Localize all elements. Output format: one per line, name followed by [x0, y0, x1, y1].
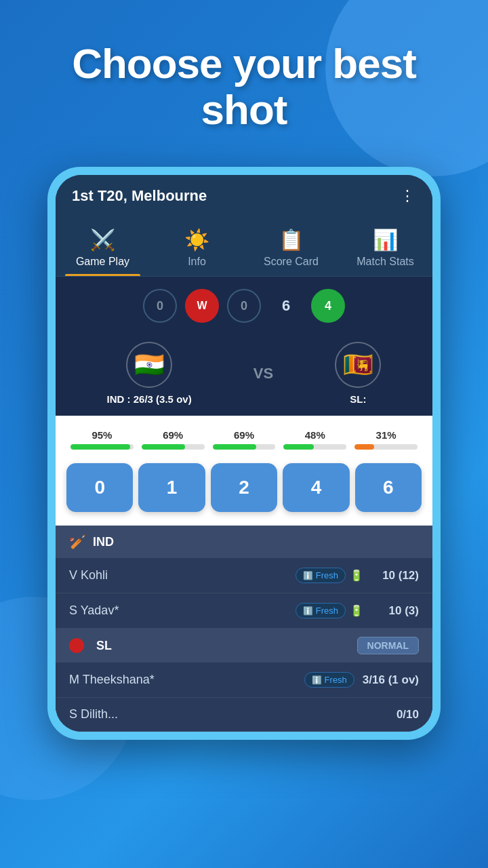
shot-col-4: 48%: [279, 429, 350, 456]
theekshana-score: 3/16 (1 ov): [363, 673, 419, 687]
sl-dot-icon: [69, 638, 84, 653]
vs-text: VS: [253, 365, 273, 382]
sl-score: SL:: [350, 393, 366, 405]
tab-gameplay-label: Game Play: [76, 256, 129, 268]
shot-pct-0: 95%: [92, 429, 112, 441]
sl-flag: 🇱🇰: [335, 342, 381, 388]
tab-scorecard-label: Score Card: [264, 256, 319, 268]
tab-matchstats[interactable]: 📊 Match Stats: [338, 222, 432, 276]
team-block-sl: SL NORMAL M Theekshana* ℹ️ Fresh 3/16 (1…: [56, 629, 432, 732]
teams-section: 🇮🇳 IND : 26/3 (3.5 ov) VS 🇱🇰 SL:: [56, 335, 432, 416]
ind-score: IND : 26/3 (3.5 ov): [107, 393, 192, 405]
ind-bat-icon: 🏏: [69, 534, 86, 550]
dilith-score: 0/10: [371, 708, 419, 722]
theekshana-name: M Theekshana*: [69, 673, 304, 687]
ball-w: W: [185, 289, 219, 323]
info-circle-icon: ℹ️: [303, 571, 313, 580]
nav-tabs: ⚔️ Game Play ☀️ Info 📋 Score Card 📊 Matc…: [56, 217, 432, 277]
yadav-name: S Yadav*: [69, 604, 296, 618]
kohli-tags: ℹ️ Fresh 🔋: [296, 568, 363, 583]
tab-matchstats-label: Match Stats: [357, 256, 413, 268]
info-circle-icon2: ℹ️: [303, 606, 313, 616]
ind-flag: 🇮🇳: [126, 342, 172, 388]
yadav-fresh-tag: ℹ️ Fresh: [296, 603, 346, 618]
page-content: Choose your best shot 1st T20, Melbourne…: [0, 0, 488, 740]
bar-bg-2: [213, 444, 276, 450]
shot-col-6: 31%: [350, 429, 422, 456]
bar-bg-0: [70, 444, 134, 450]
match-header: 1st T20, Melbourne ⋮: [56, 175, 432, 217]
team-ind: 🇮🇳 IND : 26/3 (3.5 ov): [107, 342, 192, 405]
shot-btn-4[interactable]: 4: [283, 463, 349, 512]
team-block-ind: 🏏 IND V Kohli ℹ️ Fresh 🔋 10 (12): [56, 526, 432, 629]
tab-info[interactable]: ☀️ Info: [150, 222, 244, 276]
dilith-name: S Dilith...: [69, 707, 363, 722]
yadav-battery-icon: 🔋: [350, 604, 363, 617]
tab-scorecard[interactable]: 📋 Score Card: [244, 222, 338, 276]
headline-line1: Choose your best: [72, 40, 416, 87]
shot-btn-1[interactable]: 1: [138, 463, 205, 512]
bar-fill-0: [70, 444, 130, 450]
info-icon: ☀️: [184, 228, 209, 252]
player-row-theekshana: M Theekshana* ℹ️ Fresh 3/16 (1 ov): [56, 663, 432, 698]
ball-6: 6: [269, 289, 303, 323]
ball-0b: 0: [227, 289, 261, 323]
theekshana-fresh-tag: ℹ️ Fresh: [304, 672, 354, 688]
phone-screen: 1st T20, Melbourne ⋮ ⚔️ Game Play ☀️ Inf…: [56, 175, 432, 732]
tab-gameplay[interactable]: ⚔️ Game Play: [56, 222, 150, 276]
players-section: 🏏 IND V Kohli ℹ️ Fresh 🔋 10 (12): [56, 526, 432, 732]
shot-buttons: 0 1 2 4 6: [66, 463, 422, 512]
ind-block-name: IND: [93, 535, 114, 549]
bar-bg-4: [283, 444, 346, 450]
ball-0: 0: [143, 289, 177, 323]
score-balls-row: 0 W 0 6 4: [56, 277, 432, 335]
bar-bg-6: [354, 444, 418, 450]
sl-block-name: SL: [96, 639, 112, 653]
gameplay-icon: ⚔️: [90, 228, 115, 252]
kohli-battery-icon: 🔋: [350, 569, 363, 582]
more-icon[interactable]: ⋮: [400, 187, 416, 205]
shot-col-1: 69%: [138, 429, 209, 456]
team-sl: 🇱🇰 SL:: [335, 342, 381, 405]
shot-btn-0[interactable]: 0: [66, 463, 133, 512]
yadav-score: 10 (3): [371, 604, 419, 618]
bar-fill-1: [142, 444, 185, 450]
tab-info-label: Info: [188, 256, 206, 268]
shot-card: 95% 69% 69%: [56, 416, 432, 526]
kohli-score: 10 (12): [371, 569, 419, 583]
shot-col-2: 69%: [209, 429, 280, 456]
normal-badge: NORMAL: [357, 637, 419, 654]
bar-fill-4: [283, 444, 314, 450]
scorecard-icon: 📋: [279, 228, 304, 252]
phone-mockup: 1st T20, Melbourne ⋮ ⚔️ Game Play ☀️ Inf…: [47, 167, 441, 740]
shot-pct-1: 69%: [163, 429, 183, 441]
kohli-fresh-tag: ℹ️ Fresh: [296, 568, 346, 583]
shot-pct-4: 48%: [305, 429, 325, 441]
player-row-yadav: S Yadav* ℹ️ Fresh 🔋 10 (3): [56, 593, 432, 629]
ind-block-header: 🏏 IND: [56, 526, 432, 558]
kohli-name: V Kohli: [69, 568, 296, 583]
bar-fill-6: [354, 444, 374, 450]
headline-line2: shot: [201, 86, 287, 133]
shot-btn-2[interactable]: 2: [211, 463, 277, 512]
bar-bg-1: [142, 444, 205, 450]
shot-percentages: 95% 69% 69%: [66, 429, 422, 456]
matchstats-icon: 📊: [373, 228, 398, 252]
shot-btn-6[interactable]: 6: [355, 463, 422, 512]
bar-fill-2: [213, 444, 256, 450]
theekshana-tags: ℹ️ Fresh: [304, 672, 354, 688]
player-row-kohli: V Kohli ℹ️ Fresh 🔋 10 (12): [56, 558, 432, 593]
sl-block-header: SL NORMAL: [56, 629, 432, 663]
ball-4: 4: [311, 289, 345, 323]
player-row-dilith: S Dilith... 0/10: [56, 698, 432, 732]
yadav-tags: ℹ️ Fresh 🔋: [296, 603, 363, 618]
shot-col-0: 95%: [66, 429, 138, 456]
headline: Choose your best shot: [38, 41, 450, 133]
info-circle-icon3: ℹ️: [312, 675, 322, 685]
match-title: 1st T20, Melbourne: [72, 187, 207, 205]
shot-pct-6: 31%: [376, 429, 396, 441]
shot-pct-2: 69%: [234, 429, 254, 441]
